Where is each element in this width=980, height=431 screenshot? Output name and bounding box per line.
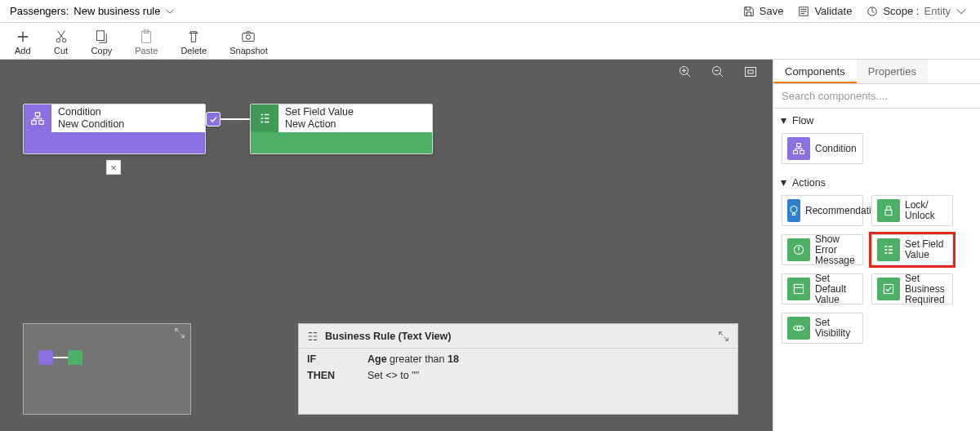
minimap-condition-node	[38, 350, 53, 365]
tile-label: Set Default Value	[815, 273, 862, 305]
add-button[interactable]: Add	[15, 29, 31, 56]
save-label: Save	[760, 5, 784, 17]
svg-point-19	[791, 206, 797, 212]
text-view-title: Business Rule (Text View)	[325, 331, 451, 342]
tile-label: Set Visibility	[815, 318, 862, 339]
node-subtitle: New Action	[285, 118, 354, 131]
paste-button[interactable]: Paste	[135, 29, 158, 56]
canvas[interactable]: Condition New Condition Set Field Value …	[0, 60, 773, 431]
svg-rect-13	[35, 113, 39, 117]
copy-label: Copy	[91, 46, 113, 56]
svg-rect-16	[797, 144, 801, 147]
text-view: Business Rule (Text View) IF Age greater…	[298, 323, 738, 415]
group-flow-header[interactable]: Flow	[773, 109, 980, 130]
tile-show-error[interactable]: Show Error Message	[782, 234, 863, 265]
snapshot-label: Snapshot	[229, 46, 267, 56]
hierarchy-icon	[24, 104, 51, 132]
node-subtitle: New Condition	[58, 118, 124, 131]
then-expression: Set <> to ""	[368, 370, 419, 381]
expand-icon[interactable]	[174, 327, 185, 339]
delete-node-icon[interactable]: ×	[106, 160, 121, 175]
top-actions: Save Validate Scope : Entity	[743, 5, 967, 17]
tile-label: Condition	[815, 144, 862, 154]
cut-label: Cut	[54, 46, 68, 56]
tab-components[interactable]: Components	[773, 60, 857, 83]
tile-set-field-value[interactable]: Set Field Value	[871, 234, 953, 265]
search-input[interactable]	[773, 84, 980, 109]
side-panel: Components Properties Flow Condition Act…	[773, 60, 980, 431]
tile-set-default[interactable]: Set Default Value	[782, 273, 863, 304]
scope-label: Scope :	[883, 5, 919, 17]
svg-rect-18	[800, 150, 804, 153]
svg-point-2	[56, 38, 60, 42]
if-keyword: IF	[307, 353, 335, 365]
tile-condition[interactable]: Condition	[782, 133, 863, 164]
action-node[interactable]: Set Field Value New Action	[250, 104, 433, 154]
toolbar: Add Cut Copy Paste Delete Snapshot	[0, 23, 980, 60]
delete-button[interactable]: Delete	[180, 29, 207, 56]
svg-rect-22	[794, 284, 803, 293]
eye-icon	[787, 317, 810, 340]
scope-value: Entity	[924, 5, 951, 17]
add-label: Add	[15, 46, 31, 56]
zoom-in-icon[interactable]	[678, 64, 693, 79]
check-icon	[877, 278, 900, 300]
paste-label: Paste	[135, 46, 158, 56]
tab-properties[interactable]: Properties	[857, 60, 928, 83]
then-keyword: THEN	[307, 370, 335, 381]
tile-set-visibility[interactable]: Set Visibility	[782, 313, 863, 344]
validate-button[interactable]: Validate	[798, 5, 852, 17]
list-icon	[251, 104, 278, 132]
node-title: Condition	[58, 106, 124, 118]
save-button[interactable]: Save	[743, 5, 784, 17]
tile-label: Set Field Value	[905, 239, 952, 260]
node-band	[24, 132, 205, 153]
zoom-out-icon[interactable]	[710, 64, 725, 79]
cut-button[interactable]: Cut	[54, 29, 69, 56]
entity-label: Passengers:	[10, 5, 69, 17]
tile-set-required[interactable]: Set Business Required	[871, 273, 953, 304]
svg-point-8	[247, 35, 251, 39]
node-band	[251, 132, 432, 153]
node-title: Set Field Value	[285, 106, 354, 118]
fit-screen-icon[interactable]	[743, 64, 758, 79]
bulb-icon	[787, 199, 800, 222]
svg-rect-12	[748, 70, 753, 73]
svg-point-3	[62, 38, 66, 42]
svg-point-24	[797, 327, 800, 330]
svg-rect-7	[243, 33, 254, 42]
hierarchy-icon	[787, 137, 810, 160]
minimap-connector	[53, 357, 68, 358]
default-icon	[787, 278, 810, 300]
rule-text-icon	[307, 331, 318, 342]
tile-lock-unlock[interactable]: Lock/ Unlock	[871, 195, 953, 226]
tile-label: Set Business Required	[905, 273, 952, 305]
svg-rect-23	[884, 284, 893, 293]
group-actions-label: Actions	[792, 177, 826, 189]
svg-rect-15	[39, 121, 43, 125]
expand-textview-icon[interactable]	[718, 331, 729, 342]
tile-label: Lock/ Unlock	[905, 200, 952, 221]
minimap-action-node	[68, 350, 82, 365]
condition-node[interactable]: Condition New Condition	[23, 104, 206, 154]
tile-recommendation[interactable]: Recommendation	[782, 195, 863, 226]
rule-name: New business rule	[74, 5, 160, 17]
snapshot-button[interactable]: Snapshot	[229, 29, 267, 56]
delete-label: Delete	[180, 46, 207, 56]
scope-selector[interactable]: Scope : Entity	[866, 5, 967, 17]
copy-button[interactable]: Copy	[91, 29, 113, 56]
group-actions-header[interactable]: Actions	[773, 171, 980, 192]
chevron-down-icon[interactable]	[165, 7, 175, 16]
svg-rect-11	[746, 68, 756, 77]
validate-label: Validate	[814, 5, 852, 17]
svg-rect-14	[32, 121, 36, 125]
tile-label: Show Error Message	[815, 234, 862, 266]
lock-icon	[877, 199, 900, 222]
group-flow-label: Flow	[792, 115, 813, 127]
alert-icon	[787, 238, 810, 261]
page-title[interactable]: Passengers: New business rule	[10, 5, 175, 17]
svg-rect-20	[885, 210, 892, 215]
minimap[interactable]	[23, 323, 191, 415]
list-icon	[877, 238, 900, 261]
svg-rect-17	[794, 150, 798, 153]
